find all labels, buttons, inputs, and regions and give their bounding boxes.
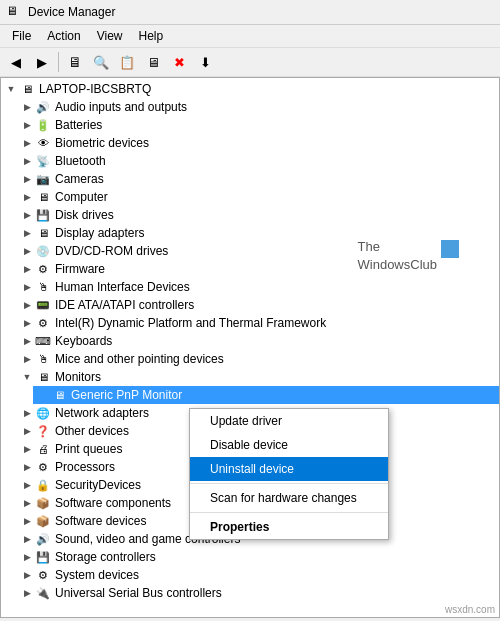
ctx-uninstall-device[interactable]: Uninstall device [190,457,388,481]
generic-monitor-label: Generic PnP Monitor [71,388,182,402]
tree-item-hid[interactable]: ▶ 🖱 Human Interface Devices [17,278,499,296]
keyboards-icon: ⌨ [35,333,51,349]
bluetooth-label: Bluetooth [55,154,106,168]
bluetooth-expand-icon[interactable]: ▶ [19,153,35,169]
cameras-icon: 📷 [35,171,51,187]
download-button[interactable]: ⬇ [193,51,217,73]
network-expand-icon[interactable]: ▶ [19,405,35,421]
main-content: ▼ 🖥 LAPTOP-IBCSBRTQ ▶ 🔊 Audio inputs and… [0,77,500,618]
monitors-expand-icon[interactable]: ▼ [19,369,35,385]
menu-item-action[interactable]: Action [39,27,88,45]
intel-label: Intel(R) Dynamic Platform and Thermal Fr… [55,316,326,330]
root-expand-icon[interactable]: ▼ [3,81,19,97]
dvd-icon: 💿 [35,243,51,259]
tree-root[interactable]: ▼ 🖥 LAPTOP-IBCSBRTQ [1,80,499,98]
ide-label: IDE ATA/ATAPI controllers [55,298,194,312]
tree-item-audio[interactable]: ▶ 🔊 Audio inputs and outputs [17,98,499,116]
system-expand-icon[interactable]: ▶ [19,567,35,583]
print-icon: 🖨 [35,441,51,457]
storage-expand-icon[interactable]: ▶ [19,549,35,565]
security-expand-icon[interactable]: ▶ [19,477,35,493]
intel-expand-icon[interactable]: ▶ [19,315,35,331]
tree-item-ide[interactable]: ▶ 📟 IDE ATA/ATAPI controllers [17,296,499,314]
tree-item-keyboards[interactable]: ▶ ⌨ Keyboards [17,332,499,350]
menu-item-help[interactable]: Help [131,27,172,45]
menu-item-file[interactable]: File [4,27,39,45]
mice-expand-icon[interactable]: ▶ [19,351,35,367]
software-dev-icon: 📦 [35,513,51,529]
tree-item-display[interactable]: ▶ 🖥 Display adapters [17,224,499,242]
other-expand-icon[interactable]: ▶ [19,423,35,439]
processors-expand-icon[interactable]: ▶ [19,459,35,475]
monitors-label: Monitors [55,370,101,384]
software-dev-expand-icon[interactable]: ▶ [19,513,35,529]
back-button[interactable]: ◀ [4,51,28,73]
software-comp-label: Software components [55,496,171,510]
tree-item-dvd[interactable]: ▶ 💿 DVD/CD-ROM drives [17,242,499,260]
tree-item-biometric[interactable]: ▶ 👁 Biometric devices [17,134,499,152]
batteries-label: Batteries [55,118,102,132]
print-expand-icon[interactable]: ▶ [19,441,35,457]
audio-icon: 🔊 [35,99,51,115]
ctx-separator-2 [190,512,388,513]
tree-item-system[interactable]: ▶ ⚙ System devices [17,566,499,584]
tree-item-batteries[interactable]: ▶ 🔋 Batteries [17,116,499,134]
tree-item-bluetooth[interactable]: ▶ 📡 Bluetooth [17,152,499,170]
search-button[interactable]: 🔍 [89,51,113,73]
cameras-expand-icon[interactable]: ▶ [19,171,35,187]
keyboards-label: Keyboards [55,334,112,348]
tree-item-generic-monitor[interactable]: 🖥 Generic PnP Monitor [33,386,499,404]
hid-expand-icon[interactable]: ▶ [19,279,35,295]
tree-item-intel[interactable]: ▶ ⚙ Intel(R) Dynamic Platform and Therma… [17,314,499,332]
tree-item-monitors[interactable]: ▼ 🖥 Monitors [17,368,499,386]
ctx-properties[interactable]: Properties [190,515,388,539]
software-comp-expand-icon[interactable]: ▶ [19,495,35,511]
bluetooth-icon: 📡 [35,153,51,169]
ide-expand-icon[interactable]: ▶ [19,297,35,313]
tree-item-disk[interactable]: ▶ 💾 Disk drives [17,206,499,224]
usb-expand-icon[interactable]: ▶ [19,585,35,601]
ctx-scan[interactable]: Scan for hardware changes [190,486,388,510]
computer-button[interactable]: 🖥 [63,51,87,73]
monitors-icon: 🖥 [35,369,51,385]
batteries-expand-icon[interactable]: ▶ [19,117,35,133]
menu-item-view[interactable]: View [89,27,131,45]
generic-monitor-icon: 🖥 [51,387,67,403]
disk-expand-icon[interactable]: ▶ [19,207,35,223]
ctx-disable-device[interactable]: Disable device [190,433,388,457]
app-icon: 🖥 [6,4,22,20]
system-label: System devices [55,568,139,582]
remove-button[interactable]: ✖ [167,51,191,73]
print-label: Print queues [55,442,122,456]
usb-icon: 🔌 [35,585,51,601]
keyboards-expand-icon[interactable]: ▶ [19,333,35,349]
sound-icon: 🔊 [35,531,51,547]
biometric-expand-icon[interactable]: ▶ [19,135,35,151]
firmware-expand-icon[interactable]: ▶ [19,261,35,277]
tree-item-mice[interactable]: ▶ 🖱 Mice and other pointing devices [17,350,499,368]
disk-label: Disk drives [55,208,114,222]
monitor-button[interactable]: 🖥 [141,51,165,73]
batteries-icon: 🔋 [35,117,51,133]
sound-expand-icon[interactable]: ▶ [19,531,35,547]
tree-item-cameras[interactable]: ▶ 📷 Cameras [17,170,499,188]
computer-expand-icon[interactable]: ▶ [19,189,35,205]
tree-item-firmware[interactable]: ▶ ⚙ Firmware [17,260,499,278]
dvd-expand-icon[interactable]: ▶ [19,243,35,259]
tree-item-storage[interactable]: ▶ 💾 Storage controllers [17,548,499,566]
audio-expand-icon[interactable]: ▶ [19,99,35,115]
display-expand-icon[interactable]: ▶ [19,225,35,241]
forward-button[interactable]: ▶ [30,51,54,73]
refresh-button[interactable]: 📋 [115,51,139,73]
generic-monitor-expand-icon [35,387,51,403]
processors-label: Processors [55,460,115,474]
biometric-label: Biometric devices [55,136,149,150]
software-dev-label: Software devices [55,514,146,528]
usb-label: Universal Serial Bus controllers [55,586,222,600]
tree-item-computer[interactable]: ▶ 🖥 Computer [17,188,499,206]
ctx-update-driver[interactable]: Update driver [190,409,388,433]
toolbar-separator-1 [58,52,59,72]
display-label: Display adapters [55,226,144,240]
tree-item-usb[interactable]: ▶ 🔌 Universal Serial Bus controllers [17,584,499,602]
root-label: LAPTOP-IBCSBRTQ [39,82,151,96]
